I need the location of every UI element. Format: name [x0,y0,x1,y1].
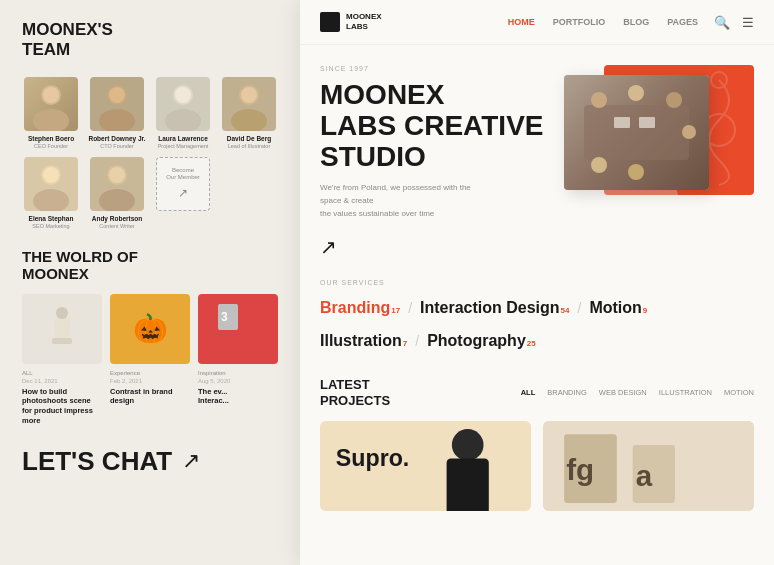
svg-point-20 [56,307,68,319]
become-member[interactable]: BecomeOur Member ↗ [154,157,212,229]
branding-text: Branding [320,294,390,323]
avatar [222,77,276,131]
filter-webdesign[interactable]: WEB DESIGN [599,388,647,397]
avatar [90,157,144,211]
logo-area: MOONEXLABS [320,12,382,32]
hero-section: SINCE 1997 MOONEXLABS CREATIVESTUDIO We'… [300,45,774,269]
avatar [24,157,78,211]
article-headline-2: Contrast in brand design [110,387,190,407]
member-title: CTO Founder [100,143,134,150]
team-member-3: Laura Lawrence Project Management [154,77,212,149]
sep-1: / [408,296,412,321]
member-name: Andy Robertson [92,215,143,223]
svg-point-31 [628,164,644,180]
service-motion[interactable]: Motion 9 [589,294,647,323]
illustration-count: 7 [403,337,407,351]
svg-point-27 [628,85,644,101]
arrow-icon: ↗ [182,448,200,474]
article-cat-3: Inspiration [198,370,278,376]
svg-point-4 [99,109,135,131]
article-cat: ALL [22,370,102,376]
article-headline-3: The ev...Interac... [198,387,278,407]
motion-count: 9 [643,304,647,318]
member-name: David De Berg [227,135,271,143]
nav-links: HOME PORTFOLIO BLOG PAGES [412,17,698,27]
service-illustration[interactable]: Illustration 7 [320,327,407,356]
svg-point-5 [109,87,125,103]
lets-chat[interactable]: LET'S CHAT ↗ [22,446,278,477]
become-member-placeholder[interactable]: BecomeOur Member ↗ [156,157,210,211]
branding-count: 17 [391,304,400,318]
avatar [90,77,144,131]
nav-home[interactable]: HOME [508,17,535,27]
menu-icon[interactable]: ☰ [742,15,754,30]
service-branding[interactable]: Branding 17 [320,294,400,323]
nav-icons: 🔍 ☰ [714,15,754,30]
hero-arrow[interactable]: ↗ [320,235,544,259]
member-name: Stephen Boero [28,135,74,143]
team-member-1: Stephen Boero CEO Founder [22,77,80,149]
team-title: MOONEX'STEAM [22,20,278,61]
illustration-text: Illustration [320,327,402,356]
member-title: Lead of Illustrator [228,143,271,150]
motion-text: Motion [589,294,641,323]
lets-chat-text: LET'S CHAT [22,446,172,477]
world-title: THE WOLRD OFMOONEX [22,248,278,282]
hero-title: MOONEXLABS CREATIVESTUDIO [320,80,544,172]
since-text: SINCE 1997 [320,65,544,72]
filter-motion[interactable]: MOTION [724,388,754,397]
meeting-photo [564,75,709,190]
avatar [24,77,78,131]
hero-content: SINCE 1997 MOONEXLABS CREATIVESTUDIO We'… [320,65,544,259]
svg-point-10 [231,109,267,131]
service-interaction[interactable]: Interaction Design 54 [420,294,569,323]
services-label: OUR SERVICES [320,279,754,286]
team-member-2: Robert Downey Jr. CTO Founder [88,77,146,149]
projects-title: LATESTPROJECTS [320,377,390,408]
service-photography[interactable]: Photography 25 [427,327,536,356]
article-3[interactable]: 3 Inspiration Aug 5, 2020 The ev...Inter… [198,294,278,426]
svg-rect-32 [614,117,630,128]
nav-pages[interactable]: PAGES [667,17,698,27]
team-member-4: David De Berg Lead of Illustrator [220,77,278,149]
svg-point-35 [452,429,484,461]
interaction-text: Interaction Design [420,294,560,323]
article-headline: How to build photoshoots scene for produ… [22,387,102,426]
member-title: Project Management [158,143,209,150]
world-section: THE WOLRD OFMOONEX ALL Dec 11, 2021 How … [22,248,278,426]
projects-section: LATESTPROJECTS ALL BRANDING WEB DESIGN I… [300,365,774,520]
article-date-3: Aug 5, 2020 [198,378,278,384]
article-1[interactable]: ALL Dec 11, 2021 How to build photoshoot… [22,294,102,426]
right-panel: MOONEXLABS HOME PORTFOLIO BLOG PAGES 🔍 ☰… [300,0,774,565]
svg-point-29 [682,125,696,139]
project-fg[interactable]: fg a [543,421,754,511]
filter-illustration[interactable]: ILLUSTRATION [659,388,712,397]
article-thumb-2: 🎃 [110,294,190,364]
articles-grid: ALL Dec 11, 2021 How to build photoshoot… [22,294,278,426]
article-cat-2: Experience [110,370,190,376]
svg-point-28 [666,92,682,108]
article-2[interactable]: 🎃 Experience Feb 2, 2021 Contrast in bra… [110,294,190,426]
filter-all[interactable]: ALL [521,388,536,397]
project-supro[interactable]: Supro. [320,421,531,511]
svg-rect-33 [639,117,655,128]
member-title: Content Writer [99,223,134,230]
nav-blog[interactable]: BLOG [623,17,649,27]
photography-count: 25 [527,337,536,351]
filter-branding[interactable]: BRANDING [547,388,587,397]
svg-text:3: 3 [221,310,228,324]
svg-point-7 [165,109,201,131]
member-title: SEO Marketing [32,223,69,230]
svg-point-14 [43,167,59,183]
team-member-5: Elena Stephan SEO Marketing [22,157,80,229]
member-name: Robert Downey Jr. [88,135,145,143]
svg-rect-19 [52,338,72,344]
services-line: Branding 17 / Interaction Design 54 / Mo… [320,294,754,356]
article-date: Dec 11, 2021 [22,378,102,384]
search-icon[interactable]: 🔍 [714,15,730,30]
project-filters: ALL BRANDING WEB DESIGN ILLUSTRATION MOT… [521,388,754,397]
left-panel: MOONEX'STEAM Stephen Boero CEO Founder R… [0,0,300,565]
projects-grid: Supro. fg a [320,421,754,511]
member-title: CEO Founder [34,143,68,150]
nav-portfolio[interactable]: PORTFOLIO [553,17,606,27]
